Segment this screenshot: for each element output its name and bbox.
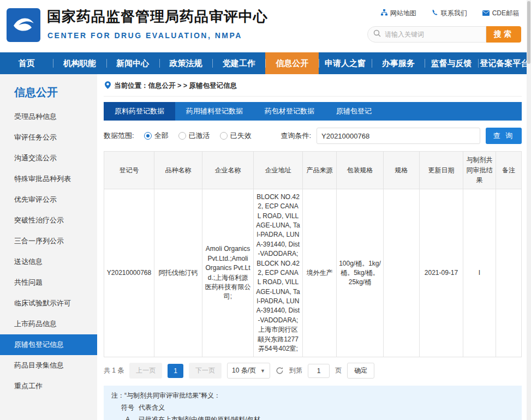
page-size-select[interactable]: 10 条/页 ▼ [227,363,270,379]
page-body: 信息公开 受理品种信息 审评任务公示 沟通交流公示 特殊审批品种列表 优先审评公… [0,74,531,420]
query-label: 查询条件: [281,131,311,141]
col-header-company-address: 企业地址 [254,152,303,189]
sidebar-item-clinical-trial-license[interactable]: 临床试验默示许可 [0,293,97,314]
sidebar-item-communication[interactable]: 沟通交流公示 [0,148,97,169]
cell-product-origin: 境外生产 [303,189,337,357]
sidebar-item-raw-material-registration[interactable]: 原辅包登记信息 [0,334,97,355]
search-input[interactable] [385,31,472,38]
mail-icon [482,10,490,17]
location-pin-icon [105,81,111,91]
nav-item-feedback[interactable]: 监督与反馈 [425,52,478,74]
cde-mail-link[interactable]: CDE邮箱 [482,9,519,18]
total-count: 共 1 条 [104,366,124,375]
site-search: 搜索 [367,26,521,43]
nav-item-registration-platform[interactable]: 登记备案平台 [478,52,531,74]
search-button[interactable]: 搜索 [486,26,521,43]
radio-expired-circle[interactable] [220,132,228,140]
nav-item-info-disclosure[interactable]: 信息公开 [265,52,318,74]
tab-api-registration[interactable]: 原料药登记数据 [104,102,175,121]
page-scrollbar[interactable] [527,0,531,420]
confirm-button[interactable]: 确定 [347,363,374,379]
col-header-variety-name: 品种名称 [154,152,202,189]
tab-excipient-registration[interactable]: 药用辅料登记数据 [175,102,254,121]
nav-item-party[interactable]: 党建工作 [212,52,265,74]
cde-logo-swoosh-icon [10,11,37,39]
radio-all-circle[interactable] [144,132,152,140]
page-scrollbar-thumb[interactable] [527,1,530,64]
radio-all[interactable]: 全部 [144,131,169,141]
col-header-registration-no: 登记号 [104,152,154,189]
note-meaning-a: 已批准在上市制剂中使用的原料/辅料/包材。 [139,414,267,420]
nav-item-home[interactable]: 首页 [0,52,53,74]
col-header-remark: 备注 [496,152,522,189]
cell-joint-review-result: I [463,189,496,357]
current-page-button[interactable]: 1 [168,364,183,378]
query-group: 查询条件: 查 询 [281,128,522,144]
cell-company-address: BLOCK NO.422, ECP CANAL ROAD, VILLAGE-LU… [254,189,303,357]
phone-icon [432,9,438,17]
col-header-company-name: 企业名称 [202,152,254,189]
cell-registration-no: Y20210000768 [104,189,154,357]
goto-unit: 页 [335,366,342,375]
sidebar-title: 信息公开 [0,74,97,106]
sidebar-item-special-approval[interactable]: 特殊审批品种列表 [0,169,97,189]
contact-link[interactable]: 联系我们 [432,9,467,18]
sidebar-item-breakthrough-therapy[interactable]: 突破性治疗公示 [0,210,97,231]
sidebar-item-priority-review[interactable]: 优先审评公示 [0,189,97,210]
query-button[interactable]: 查 询 [486,128,522,144]
main-nav: 首页 机构职能 新闻中心 政策法规 党建工作 信息公开 申请人之窗 办事服务 监… [0,52,531,74]
site-title-cn: 国家药品监督管理局药品审评中心 [47,7,268,26]
cell-spec [384,189,420,357]
sidebar-item-delivery-info[interactable]: 送达信息 [0,251,97,272]
sitemap-link[interactable]: 网站地图 [381,9,416,18]
sidebar-item-drug-catalog[interactable]: 药品目录集信息 [0,355,97,376]
pagination: 共 1 条 上一页 1 下一页 10 条/页 ▼ 到第 页 确定 [104,363,522,379]
col-header-update-date: 更新日期 [420,152,463,189]
cell-packaging-spec: 100g/桶。1kg/桶。5kg/桶。25kg/桶 [337,189,384,357]
sidebar-item-three-in-one[interactable]: 三合一序列公示 [0,231,97,251]
prev-page-button[interactable]: 上一页 [129,363,162,379]
contact-link-label: 联系我们 [441,9,467,18]
nav-item-services[interactable]: 办事服务 [372,52,425,74]
query-input[interactable] [317,128,480,144]
refresh-icon[interactable] [276,367,284,375]
next-page-button[interactable]: 下一页 [189,363,222,379]
scope-label: 数据范围: [104,131,134,141]
page-size-value: 10 条/页 [232,366,256,375]
sidebar-item-accepted-varieties[interactable]: 受理品种信息 [0,106,97,127]
sidebar-item-review-tasks[interactable]: 审评任务公示 [0,127,97,148]
nav-item-news[interactable]: 新闻中心 [106,52,159,74]
goto-page-input[interactable] [308,364,330,378]
radio-expired-label: 已失效 [230,131,252,141]
tab-packaging-registration[interactable]: 药包材登记数据 [254,102,325,121]
nav-item-functions[interactable]: 机构职能 [53,52,106,74]
note-meaning-header: 代表含义 [139,402,165,414]
legend-note: 注：“与制剂共同审评审批结果”释义： 符号 代表含义 A 已批准在上市制剂中使用… [104,386,522,420]
sidebar: 信息公开 受理品种信息 审评任务公示 沟通交流公示 特殊审批品种列表 优先审评公… [0,74,97,420]
note-symbol-header: 符号 [117,402,139,414]
cell-variety-name: 阿托伐他汀钙 [154,189,202,357]
note-header-row: 符号 代表含义 [111,402,514,414]
radio-expired[interactable]: 已失效 [220,131,252,141]
sidebar-item-common-issues[interactable]: 共性问题 [0,272,97,293]
radio-activated-circle[interactable] [178,132,186,140]
data-tabs: 原料药登记数据 药用辅料登记数据 药包材登记数据 原辅包登记 [104,102,522,121]
table-row[interactable]: Y20210000768 阿托伐他汀钙 Amoli Organics Pvt.L… [104,189,522,357]
nav-item-policy[interactable]: 政策法规 [159,52,212,74]
table-header-row: 登记号 品种名称 企业名称 企业地址 产品来源 包装规格 规格 更新日期 与制剂… [104,152,522,189]
chevron-down-icon: ▼ [260,368,265,374]
sidebar-item-key-work[interactable]: 重点工作 [0,376,97,397]
breadcrumb-text: 当前位置：信息公开 > > 原辅包登记信息 [114,81,237,91]
tab-raw-aux-pack[interactable]: 原辅包登记 [325,102,383,121]
search-input-wrap [367,26,486,43]
cell-remark [496,189,522,357]
registration-table: 登记号 品种名称 企业名称 企业地址 产品来源 包装规格 规格 更新日期 与制剂… [104,151,522,357]
sitemap-icon [381,9,387,17]
search-icon [373,29,381,39]
radio-activated[interactable]: 已激活 [178,131,210,141]
nav-item-applicant[interactable]: 申请人之窗 [319,52,372,74]
header-utility-links: 网站地图 联系我们 CDE邮箱 [381,9,519,18]
sidebar-item-marketed-drugs[interactable]: 上市药品信息 [0,314,97,334]
cde-logo[interactable] [7,8,40,42]
main-content: 当前位置：信息公开 > > 原辅包登记信息 原料药登记数据 药用辅料登记数据 药… [97,74,531,420]
